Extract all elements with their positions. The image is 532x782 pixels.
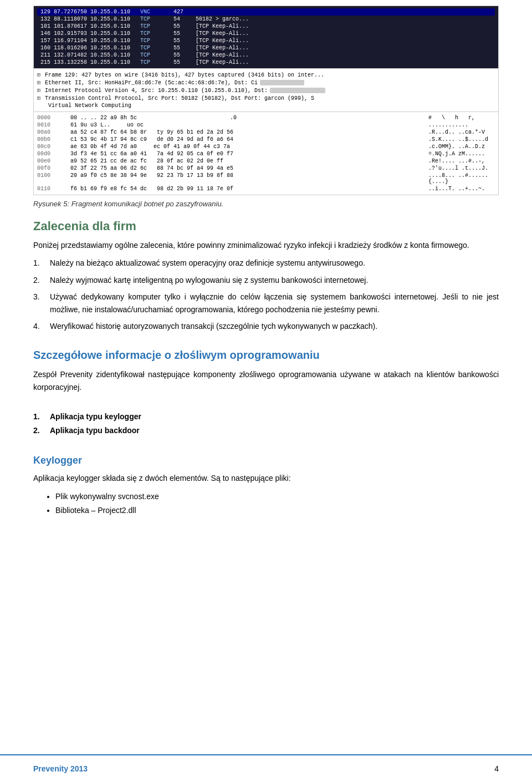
keylogger-file-1: Plik wykonywalny svcnost.exe — [55, 490, 499, 504]
capture-row-160: 160 118.016296 10.255.0.110 TCP 55 [TCP … — [37, 44, 495, 52]
detail-row-3: ⊞ Internet Protocol Version 4, Src: 10.2… — [37, 87, 495, 94]
section-heading-zalecenia: Zalecenia dla firm — [33, 219, 499, 233]
zalecenia-item-4-text: Weryfikować historię autoryzowanych tran… — [50, 322, 377, 331]
zalecenia-item-1: 1. Należy na bieżąco aktualizować system… — [33, 257, 499, 269]
list-num-4: 4. — [33, 320, 40, 332]
aplikacje-list: 1. Aplikacja typu keylogger 2. Aplikacja… — [33, 410, 499, 438]
detail-row-5: Virtual Network Computing — [37, 102, 495, 109]
detail-row-1: ⊞ Frame 129: 427 bytes on wire (3416 bit… — [37, 71, 495, 79]
capture-row-146: 146 102.915793 10.255.0.110 TCP 55 [TCP … — [37, 30, 495, 37]
zalecenia-item-3-text: Używać dedykowany komputer tylko i wyłąc… — [50, 292, 499, 313]
hex-row-0000: 0000 00 .. .. 22 a9 8h 5c .0 # \ h r, — [37, 114, 495, 121]
szczegolowe-intro: Zespół Prevenity zidentyfikował następuj… — [33, 368, 499, 393]
figure-caption: Rysunek 5: Fragment komunikacji botnet p… — [33, 200, 499, 208]
keylogger-files-list: Plik wykonywalny svcnost.exe Biblioteka … — [55, 490, 499, 517]
zalecenia-item-3: 3. Używać dedykowany komputer tylko i wy… — [33, 291, 499, 316]
capture-row-129: 129 87.7276750 10.255.0.110 VNC 427 — [37, 8, 495, 16]
hex-row-00f0: 00f0 02 3f 22 75 aa 06 d2 6c 88 74 bc 9f… — [37, 165, 495, 172]
footer-page-number: 4 — [494, 764, 499, 773]
aplikacje-num-2: 2. — [33, 424, 40, 438]
keylogger-file-2: Biblioteka – Project2.dll — [55, 504, 499, 517]
aplikacje-item-2: 2. Aplikacja typu backdoor — [33, 424, 499, 438]
zalecenia-item-2-text: Należy wyjmować kartę inteligentną po wy… — [50, 276, 368, 285]
keylogger-intro: Aplikacja keylogger składa się z dwóch e… — [33, 472, 499, 484]
hex-row-00b0: 00b0 c1 53 9c 4b 17 94 8c c9 de d0 24 9d… — [37, 136, 495, 143]
aplikacje-item-1-label: Aplikacja typu keylogger — [50, 412, 141, 421]
zalecenia-item-4: 4. Weryfikować historię autoryzowanych t… — [33, 320, 499, 332]
network-capture-image: 129 87.7276750 10.255.0.110 VNC 427 132 … — [33, 6, 499, 195]
capture-details: ⊞ Frame 129: 427 bytes on wire (3416 bit… — [34, 68, 498, 111]
detail-row-4: ⊞ Transmission Control Protocol, Src Por… — [37, 94, 495, 102]
aplikacje-num-1: 1. — [33, 410, 40, 424]
hex-row-00c0: 00c0 ae 63 0b 4f 4d 7d a0 ec 0f 41 a9 0f… — [37, 143, 495, 150]
list-num-1: 1. — [33, 257, 40, 269]
footer-brand: Prevenity 2013 — [33, 764, 88, 773]
capture-row-211: 211 132.071482 10.255.0.110 TCP 55 [TCP … — [37, 52, 495, 59]
capture-row-215: 215 133.132258 10.255.0.110 TCP 55 [TCP … — [37, 59, 495, 66]
capture-row-132: 132 88.1118070 10.255.0.110 TCP 54 50182… — [37, 16, 495, 23]
aplikacje-item-2-label: Aplikacja typu backdoor — [50, 426, 140, 435]
zalecenia-item-1-text: Należy na bieżąco aktualizować system op… — [50, 258, 365, 267]
list-num-2: 2. — [33, 274, 40, 286]
hex-row-0100: 0100 20 a9 f0 c5 8e 38 94 9e 92 23 7b 17… — [37, 172, 495, 185]
section-heading-szczegolowe: Szczegółowe informacje o złośliwym oprog… — [33, 349, 499, 362]
zalecenia-list: 1. Należy na bieżąco aktualizować system… — [33, 257, 499, 332]
hex-row-00a0: 00a0 aa 52 c4 87 fc 64 b8 8r ty 9y 65 b1… — [37, 129, 495, 136]
hex-row-0110: 0110 f6 b1 69 f9 e8 fc 54 dc 98 d2 2b 99… — [37, 185, 495, 192]
capture-row-157: 157 116.971104 10.255.0.110 TCP 55 [TCP … — [37, 37, 495, 44]
zalecenia-item-2: 2. Należy wyjmować kartę inteligentną po… — [33, 274, 499, 286]
page-footer: Prevenity 2013 4 — [0, 754, 532, 782]
hex-row-00d0: 00d0 3d f3 4e 51 cc 6a a0 41 7a 4d 92 05… — [37, 150, 495, 158]
hex-row-0010: 0010 61 9u u3 L.. uo oc ............ — [37, 121, 495, 129]
hex-dump: 0000 00 .. .. 22 a9 8h 5c .0 # \ h r, 00… — [34, 111, 498, 195]
aplikacje-item-1: 1. Aplikacja typu keylogger — [33, 410, 499, 424]
detail-row-2: ⊞ Ethernet II, Src: HonHaiPr_68:d6:7e (5… — [37, 79, 495, 87]
list-num-3: 3. — [33, 291, 40, 303]
section-heading-keylogger: Keylogger — [33, 455, 499, 466]
zalecenia-intro: Poniżej przedstawiamy ogólne zalecenia, … — [33, 239, 499, 251]
capture-row-101: 101 101.870617 10.255.0.110 TCP 55 [TCP … — [37, 23, 495, 30]
hex-row-00e0: 00e0 a9 52 65 21 cc de ac fc 28 0f ac 02… — [37, 158, 495, 165]
